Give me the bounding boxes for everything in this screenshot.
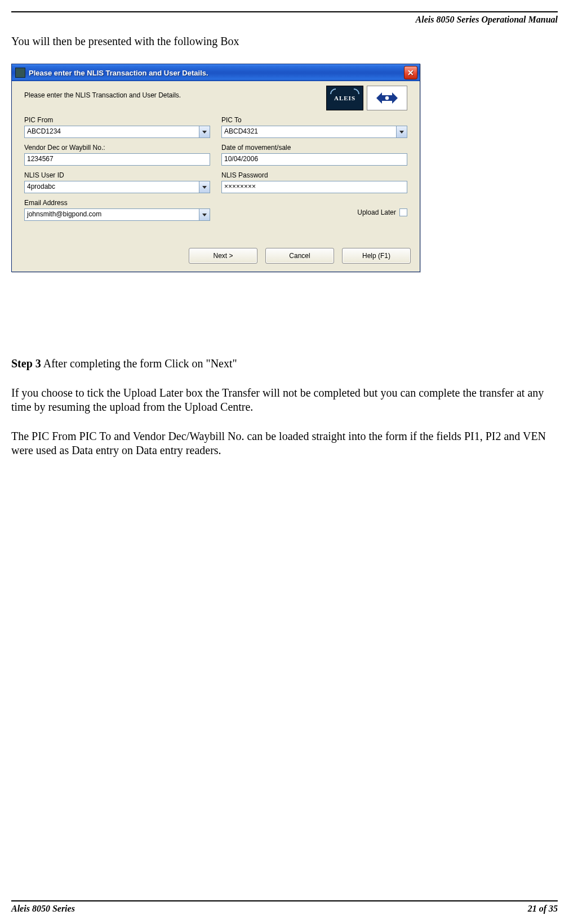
label-waybill: Vendor Dec or Waybill No.: (24, 144, 210, 152)
upload-later-checkbox[interactable] (399, 208, 407, 216)
chevron-down-icon[interactable] (199, 181, 210, 193)
input-pic-from[interactable]: ABCD1234 (24, 126, 210, 138)
step3-label: Step 3 (11, 357, 41, 370)
input-move-date[interactable]: 10/04/2006 (221, 153, 407, 166)
field-email: Email Address johnsmith@bigpond.com (24, 199, 210, 221)
label-pic-from: PIC From (24, 116, 210, 124)
field-move-date: Date of movement/sale 10/04/2006 (221, 144, 407, 166)
top-rule (11, 11, 558, 12)
chevron-down-icon[interactable] (199, 126, 210, 137)
field-waybill: Vendor Dec or Waybill No.: 1234567 (24, 144, 210, 166)
step3-paragraph: Step 3 After completing the form Click o… (11, 357, 558, 371)
label-email: Email Address (24, 199, 210, 207)
upload-later-paragraph: If you choose to tick the Upload Later b… (11, 386, 558, 415)
footer-left: Aleis 8050 Series (11, 904, 75, 914)
next-button[interactable]: Next > (189, 248, 257, 264)
field-pic-to: PIC To ABCD4321 (221, 116, 407, 138)
logo-group: ALEIS (326, 86, 407, 110)
label-move-date: Date of movement/sale (221, 144, 407, 152)
upload-later-label: Upload Later (357, 208, 396, 216)
running-title: Aleis 8050 Series Operational Manual (416, 15, 558, 25)
close-button[interactable]: ✕ (404, 66, 417, 79)
label-nlis-pass: NLIS Password (221, 171, 407, 179)
value-move-date: 10/04/2006 (222, 154, 407, 165)
help-button[interactable]: Help (F1) (342, 248, 411, 264)
footer-rule (11, 900, 558, 901)
field-nlis-user: NLIS User ID 4prodabc (24, 171, 210, 193)
value-pic-from: ABCD1234 (25, 126, 199, 137)
field-pic-from: PIC From ABCD1234 (24, 116, 210, 138)
chevron-down-icon[interactable] (199, 209, 210, 220)
app-icon (15, 68, 25, 78)
close-icon: ✕ (407, 69, 414, 77)
chevron-down-icon[interactable] (396, 126, 407, 137)
dialog-title: Please enter the NLIS Transaction and Us… (29, 69, 404, 77)
field-nlis-pass: NLIS Password ×××××××× (221, 171, 407, 193)
dialog-titlebar: Please enter the NLIS Transaction and Us… (12, 64, 420, 81)
footer-right: 21 of 35 (528, 904, 558, 914)
step3-rest: After completing the form Click on "Next… (41, 357, 237, 370)
intro-text: You will then be presented with the foll… (11, 35, 558, 48)
upload-later-row: Upload Later (221, 203, 407, 221)
nlis-dialog: Please enter the NLIS Transaction and Us… (11, 64, 420, 272)
input-email[interactable]: johnsmith@bigpond.com (24, 208, 210, 221)
input-nlis-user[interactable]: 4prodabc (24, 181, 210, 193)
input-waybill[interactable]: 1234567 (24, 153, 210, 166)
value-nlis-pass: ×××××××× (222, 181, 407, 193)
aleis-logo: ALEIS (326, 86, 363, 110)
input-nlis-pass[interactable]: ×××××××× (221, 181, 407, 193)
label-nlis-user: NLIS User ID (24, 171, 210, 179)
cancel-button[interactable]: Cancel (265, 248, 334, 264)
value-waybill: 1234567 (25, 154, 210, 165)
value-email: johnsmith@bigpond.com (25, 209, 199, 220)
value-pic-to: ABCD4321 (222, 126, 396, 137)
label-pic-to: PIC To (221, 116, 407, 124)
id-logo (367, 86, 407, 110)
svg-point-2 (385, 96, 389, 100)
input-pic-to[interactable]: ABCD4321 (221, 126, 407, 138)
svg-marker-1 (389, 92, 398, 104)
pic-fields-paragraph: The PIC From PIC To and Vendor Dec/Waybi… (11, 429, 558, 458)
value-nlis-user: 4prodabc (25, 181, 199, 193)
